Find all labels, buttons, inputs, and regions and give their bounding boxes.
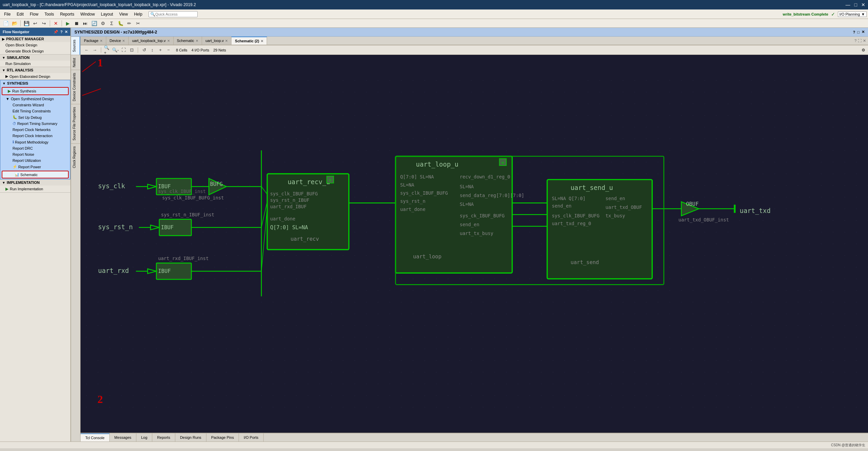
menu-edit[interactable]: Edit	[14, 11, 26, 17]
step-btn[interactable]: ⏭	[82, 20, 89, 27]
tab-close-icon[interactable]: ✕	[863, 39, 866, 43]
tab-expand-icon[interactable]: ⛶	[858, 39, 862, 43]
btab-tcl-console[interactable]: Tcl Console	[81, 433, 110, 442]
tab-uart-loopback-top[interactable]: uart_loopback_top.v ✕	[129, 37, 173, 45]
tab-uart-loop-close[interactable]: ✕	[225, 39, 228, 43]
sch-fit-btn[interactable]: ⛶	[120, 47, 127, 53]
close-design-btn[interactable]: ✕	[52, 20, 60, 27]
schematic-canvas[interactable]: sys_clk IBUF sys_clk_IBUF_inst BUFG sys_…	[81, 55, 868, 433]
menu-view[interactable]: View	[116, 11, 131, 17]
tab-package-close[interactable]: ✕	[100, 39, 103, 43]
menu-reports[interactable]: Reports	[57, 11, 77, 17]
close-btn[interactable]: ✕	[861, 2, 865, 7]
nav-report-drc[interactable]: Report DRC	[0, 145, 70, 151]
minimize-btn[interactable]: —	[846, 2, 850, 7]
settings-btn[interactable]: ⚙	[99, 20, 107, 27]
btab-package-pins[interactable]: Package Pins	[206, 433, 239, 442]
vtab-source-file-properties[interactable]: Source File Properties	[71, 104, 80, 143]
sch-select-btn[interactable]: ⊡	[128, 47, 135, 53]
tab-schematic-close[interactable]: ✕	[196, 39, 198, 43]
stop-btn[interactable]: ⏹	[73, 20, 80, 27]
nav-generate-block-design[interactable]: Generate Block Design	[0, 48, 70, 54]
sch-refresh-btn[interactable]: ↺	[141, 47, 148, 53]
tab-device[interactable]: Device ✕	[106, 37, 129, 45]
sch-forward-btn[interactable]: →	[91, 47, 98, 53]
close-icon[interactable]: ✕	[65, 30, 68, 34]
tools2-btn[interactable]: ✂	[134, 20, 142, 27]
sch-arrow-btn[interactable]: ↕	[149, 47, 156, 53]
sch-back-btn[interactable]: ←	[83, 47, 90, 53]
nav-report-utilization[interactable]: Report Utilization	[0, 157, 70, 164]
sch-remove-btn[interactable]: −	[165, 47, 172, 53]
btab-reports[interactable]: Reports	[152, 433, 175, 442]
save-btn[interactable]: 💾	[23, 20, 30, 27]
menu-window[interactable]: Window	[77, 11, 97, 17]
nav-constraints-wizard[interactable]: Constraints Wizard	[0, 102, 70, 108]
nav-report-clock-interaction[interactable]: Report Clock Interaction	[0, 133, 70, 139]
quick-access-search[interactable]: 🔍	[149, 11, 198, 17]
reload-btn[interactable]: 🔄	[90, 20, 98, 27]
menu-layout[interactable]: Layout	[98, 11, 116, 17]
search-input[interactable]	[155, 12, 196, 16]
nav-open-synthesized-design[interactable]: ▼ Open Synthesized Design	[0, 96, 70, 102]
open-btn[interactable]: 📂	[11, 20, 18, 27]
vtab-sources[interactable]: Sources	[71, 37, 80, 55]
sigma-btn[interactable]: Σ	[108, 20, 115, 27]
nav-open-elaborated-design[interactable]: ▶ Open Elaborated Design	[0, 73, 70, 80]
nav-report-noise[interactable]: Report Noise	[0, 151, 70, 157]
nav-header-rtl-analysis[interactable]: ▼ RTL ANALYSIS	[0, 67, 70, 73]
nav-report-timing-summary[interactable]: ⏱ Report Timing Summary	[0, 121, 70, 127]
window-controls[interactable]: — □ ✕	[846, 2, 865, 7]
nav-schematic[interactable]: 📊 Schematic	[2, 171, 69, 178]
nav-run-implementation[interactable]: ▶ Run Implementation	[0, 186, 70, 192]
tab-schematic-2-close[interactable]: ✕	[261, 39, 263, 43]
run-btn[interactable]: ▶	[64, 20, 71, 27]
tab-uart-loopback-top-close[interactable]: ✕	[167, 39, 170, 43]
pin-icon[interactable]: 📌	[53, 30, 58, 34]
new-btn[interactable]: 📄	[2, 20, 9, 27]
sch-zoom-out-btn[interactable]: 🔍-	[112, 47, 119, 53]
btab-design-runs[interactable]: Design Runs	[175, 433, 206, 442]
nav-set-up-debug[interactable]: 🐛 Set Up Debug	[0, 114, 70, 121]
nav-report-power[interactable]: ⚡ Report Power	[0, 164, 70, 170]
nav-header-synthesis[interactable]: ▼ SYNTHESIS	[0, 80, 70, 86]
redo-btn[interactable]: ↪	[40, 20, 48, 27]
undo-btn[interactable]: ↩	[31, 20, 39, 27]
nav-run-simulation[interactable]: Run Simulation	[0, 61, 70, 67]
menu-flow[interactable]: Flow	[27, 11, 41, 17]
sch-add-btn[interactable]: +	[157, 47, 164, 53]
nav-run-synthesis[interactable]: ▶ Run Synthesis	[2, 87, 69, 95]
debug-btn[interactable]: 🐛	[117, 20, 124, 27]
tab-help-icon[interactable]: ?	[854, 39, 856, 43]
layout-select[interactable]: I/O Planning ▼	[838, 12, 867, 17]
nav-open-block-design[interactable]: Open Block Design	[0, 42, 70, 48]
menu-tools[interactable]: Tools	[42, 11, 57, 17]
tab-uart-loop[interactable]: uart_loop.v ✕	[202, 37, 231, 45]
menu-help[interactable]: Help	[131, 11, 145, 17]
nav-header-implementation[interactable]: ▼ IMPLEMENTATION	[0, 179, 70, 186]
nav-header-project-manager[interactable]: ▶ PROJECT MANAGER	[0, 36, 70, 42]
tab-device-close[interactable]: ✕	[122, 39, 125, 43]
tab-package[interactable]: Package ✕	[81, 37, 106, 45]
tab-schematic[interactable]: Schematic ✕	[174, 37, 202, 45]
menu-file[interactable]: File	[1, 11, 13, 17]
vtab-clock-regions[interactable]: Clock Regions	[71, 143, 80, 171]
vtab-netlist[interactable]: Netlist	[71, 55, 80, 70]
btab-io-ports[interactable]: I/O Ports	[239, 433, 263, 442]
tab-schematic-2[interactable]: Schematic (2) ✕	[231, 37, 267, 45]
nav-report-clock-networks[interactable]: Report Clock Networks	[0, 127, 70, 133]
btab-messages[interactable]: Messages	[110, 433, 136, 442]
nav-report-methodology[interactable]: ℹ Report Methodology	[0, 139, 70, 145]
sch-zoom-in-btn[interactable]: 🔍+	[104, 47, 111, 53]
maximize-btn[interactable]: □	[854, 2, 857, 7]
help-icon[interactable]: ?	[853, 30, 855, 34]
btab-log[interactable]: Log	[136, 433, 152, 442]
vtab-device-constraints[interactable]: Device Constraints	[71, 70, 80, 104]
expand-icon[interactable]: □	[857, 30, 860, 34]
close-icon[interactable]: ✕	[862, 30, 865, 34]
nav-header-simulation[interactable]: ▼ SIMULATION	[0, 55, 70, 61]
nav-edit-timing-constraints[interactable]: Edit Timing Constraints	[0, 108, 70, 114]
help-icon[interactable]: ?	[60, 30, 63, 34]
sch-settings-btn[interactable]: ⚙	[862, 48, 865, 52]
edit-btn[interactable]: ✏	[126, 20, 133, 27]
